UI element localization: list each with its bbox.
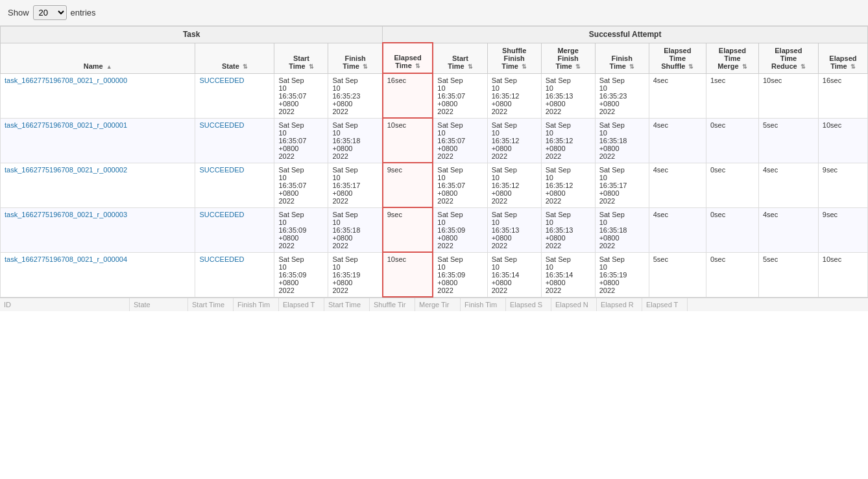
cell-sa_elapsed_time_merge: 0sec [706,163,758,207]
cell-sa_elapsed_time: 10sec [818,118,867,163]
cell-sa_elapsed_time_reduce: 4sec [758,207,818,252]
task-name-link[interactable]: task_1662775196708_0021_r_000002 [5,166,127,174]
col-name[interactable]: Name ▲ [1,43,195,73]
task-name-link[interactable]: task_1662775196708_0021_r_000001 [5,121,127,129]
cell-start_time: Sat Sep1016:35:07+08002022 [274,163,328,207]
footer-cell-5: Start Time [324,298,370,311]
cell-state: SUCCEEDED [195,118,274,163]
cell-sa_elapsed_time: 10sec [818,252,867,297]
cell-state: SUCCEEDED [195,252,274,297]
cell-sa_finish_time: Sat Sep1016:35:23+08002022 [595,73,649,118]
table-container: Task Successful Attempt Name ▲ State ⇅ S… [0,26,868,311]
cell-sa_finish_time: Sat Sep1016:35:18+08002022 [595,118,649,163]
table-row: task_1662775196708_0021_r_000003SUCCEEDE… [1,207,868,252]
show-select[interactable]: 20 10 50 100 [33,5,67,20]
footer-cell-4: Elapsed T [279,298,324,311]
finish-time-sort-icon: ⇅ [363,64,368,70]
cell-state: SUCCEEDED [195,207,274,252]
sa-merge-sort-icon: ⇅ [575,64,581,70]
col-state[interactable]: State ⇅ [195,43,274,73]
cell-sa_elapsed_time_shuffle: 5sec [649,252,706,297]
col-sa-elapsed-merge[interactable]: ElapsedTimeMerge ⇅ [706,43,758,73]
cell-sa_elapsed_time: 16sec [818,73,867,118]
col-sa-start-time[interactable]: StartTime ⇅ [433,43,487,73]
cell-sa_elapsed_time_reduce: 5sec [758,252,818,297]
col-elapsed-time[interactable]: ElapsedTime ⇅ [383,43,433,73]
footer-cell-2: Start Time [188,298,234,311]
group-header-row: Task Successful Attempt [1,27,868,43]
task-name-link[interactable]: task_1662775196708_0021_r_000000 [5,76,127,84]
footer-cell-8: Finish Tim [461,298,506,311]
cell-sa_shuffle_finish_time: Sat Sep1016:35:14+08002022 [487,252,541,297]
cell-sa_merge_finish_time: Sat Sep1016:35:12+08002022 [541,118,595,163]
footer-cell-12: Elapsed T [642,298,688,311]
cell-sa_shuffle_finish_time: Sat Sep1016:35:12+08002022 [487,73,541,118]
cell-sa_elapsed_time_merge: 1sec [706,73,758,118]
entries-label: entries [71,8,96,18]
cell-start_time: Sat Sep1016:35:07+08002022 [274,118,328,163]
footer-bar: IDStateStart TimeFinish TimElapsed TStar… [0,298,868,311]
table-row: task_1662775196708_0021_r_000001SUCCEEDE… [1,118,868,163]
cell-sa_shuffle_finish_time: Sat Sep1016:35:12+08002022 [487,118,541,163]
footer-cell-3: Finish Tim [234,298,279,311]
cell-sa_shuffle_finish_time: Sat Sep1016:35:13+08002022 [487,207,541,252]
state-sort-icon: ⇅ [243,64,248,70]
tasks-table: Task Successful Attempt Name ▲ State ⇅ S… [0,26,868,298]
task-name-link[interactable]: task_1662775196708_0021_r_000003 [5,211,127,218]
cell-sa_finish_time: Sat Sep1016:35:18+08002022 [595,207,649,252]
cell-name: task_1662775196708_0021_r_000002 [1,163,195,207]
name-sort-icon: ▲ [106,64,112,70]
cell-sa_merge_finish_time: Sat Sep1016:35:14+08002022 [541,252,595,297]
col-header-row: Name ▲ State ⇅ StartTime ⇅ FinishTime ⇅ … [1,43,868,73]
footer-cell-0: ID [0,298,130,311]
col-sa-elapsed-reduce[interactable]: ElapsedTimeReduce ⇅ [758,43,818,73]
cell-name: task_1662775196708_0021_r_000001 [1,118,195,163]
cell-elapsed_time: 16sec [383,73,433,118]
cell-elapsed_time: 10sec [383,252,433,297]
sa-shuffle-sort-icon: ⇅ [522,64,527,70]
sa-elapsed-reduce-sort-icon: ⇅ [801,64,806,70]
col-sa-elapsed-shuffle[interactable]: ElapsedTimeShuffle ⇅ [649,43,706,73]
col-finish-time[interactable]: FinishTime ⇅ [328,43,383,73]
cell-finish_time: Sat Sep1016:35:17+08002022 [328,163,383,207]
cell-elapsed_time: 9sec [383,207,433,252]
cell-sa_elapsed_time_merge: 0sec [706,252,758,297]
table-body: task_1662775196708_0021_r_000000SUCCEEDE… [1,73,868,297]
cell-sa_elapsed_time_reduce: 4sec [758,163,818,207]
cell-start_time: Sat Sep1016:35:07+08002022 [274,73,328,118]
footer-cell-1: State [130,298,188,311]
task-group-header: Task [1,27,383,43]
footer-cell-6: Shuffle Tir [370,298,415,311]
task-name-link[interactable]: task_1662775196708_0021_r_000004 [5,255,127,263]
cell-sa_elapsed_time_shuffle: 4sec [649,118,706,163]
elapsed-time-sort-icon: ⇅ [415,63,420,69]
cell-finish_time: Sat Sep1016:35:19+08002022 [328,252,383,297]
table-row: task_1662775196708_0021_r_000002SUCCEEDE… [1,163,868,207]
start-time-sort-icon: ⇅ [309,64,314,70]
show-label: Show [8,8,29,18]
table-row: task_1662775196708_0021_r_000000SUCCEEDE… [1,73,868,118]
cell-sa_elapsed_time_shuffle: 4sec [649,207,706,252]
col-start-time[interactable]: StartTime ⇅ [274,43,328,73]
sa-elapsed-time-sort-icon: ⇅ [850,64,856,70]
cell-sa_start_time: Sat Sep1016:35:09+08002022 [433,207,487,252]
table-row: task_1662775196708_0021_r_000004SUCCEEDE… [1,252,868,297]
cell-sa_finish_time: Sat Sep1016:35:17+08002022 [595,163,649,207]
cell-sa_elapsed_time_shuffle: 4sec [649,73,706,118]
cell-name: task_1662775196708_0021_r_000004 [1,252,195,297]
cell-sa_merge_finish_time: Sat Sep1016:35:13+08002022 [541,73,595,118]
cell-sa_finish_time: Sat Sep1016:35:19+08002022 [595,252,649,297]
col-sa-shuffle-finish-time[interactable]: ShuffleFinishTime ⇅ [487,43,541,73]
col-sa-elapsed-time[interactable]: ElapsedTime ⇅ [818,43,867,73]
cell-sa_elapsed_time_shuffle: 4sec [649,163,706,207]
cell-elapsed_time: 10sec [383,118,433,163]
col-sa-merge-finish-time[interactable]: MergeFinishTime ⇅ [541,43,595,73]
cell-name: task_1662775196708_0021_r_000003 [1,207,195,252]
footer-cell-9: Elapsed S [506,298,551,311]
sa-finish-sort-icon: ⇅ [629,64,634,70]
successful-attempt-group-header: Successful Attempt [383,27,868,43]
col-sa-finish-time[interactable]: FinishTime ⇅ [595,43,649,73]
sa-start-sort-icon: ⇅ [468,64,473,70]
cell-name: task_1662775196708_0021_r_000000 [1,73,195,118]
footer-cell-11: Elapsed R [597,298,642,311]
